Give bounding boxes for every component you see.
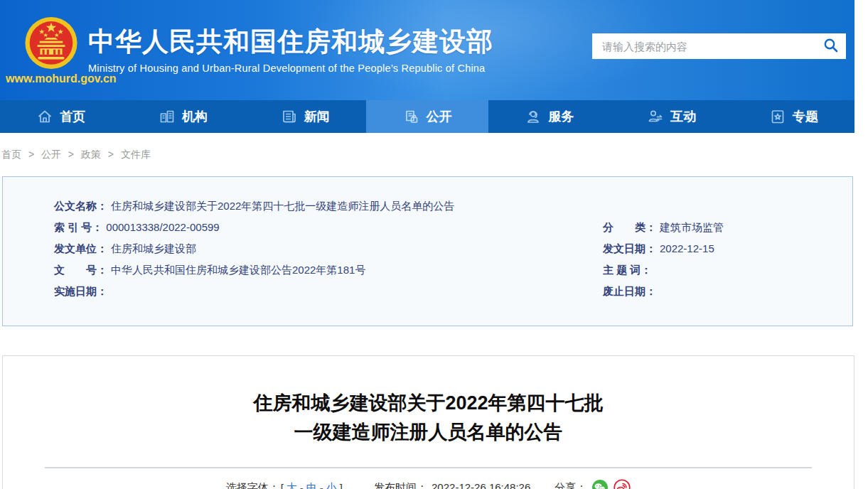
site-url: www.mohurd.gov.cn <box>6 72 117 85</box>
breadcrumb-separator: > <box>108 149 114 160</box>
doc-meta-panel: 公文名称：住房和城乡建设部关于2022年第四十七批一级建造师注册人员名单的公告 … <box>2 176 853 326</box>
nav-item-label: 互动 <box>670 108 696 125</box>
nav-item-topics[interactable]: 专题 <box>732 100 854 133</box>
meta-field-doc-name: 公文名称：住房和城乡建设部关于2022年第四十七批一级建造师注册人员名单的公告 <box>3 195 603 217</box>
meta-value: 中华人民共和国住房和城乡建设部公告2022年第181号 <box>111 264 365 276</box>
site-title: 中华人民共和国住房和城乡建设部 <box>88 26 493 58</box>
breadcrumb-separator: > <box>28 149 34 160</box>
nav-item-label: 机构 <box>182 108 208 125</box>
search-button[interactable] <box>820 37 842 55</box>
article-meta-row: 选择字体： [ 大 - 中 - 小 ] 发布时间：2022-12-26 16:4… <box>3 479 854 489</box>
article-divider <box>45 467 812 468</box>
services-icon <box>525 108 542 125</box>
meta-field-repeal-date: 废止日期： <box>603 281 852 302</box>
organization-icon <box>159 108 176 125</box>
search-icon <box>823 45 839 55</box>
nav-item-news[interactable]: 新闻 <box>244 100 366 133</box>
article-panel: 住房和城乡建设部关于2022年第四十七批 一级建造师注册人员名单的公告 选择字体… <box>2 355 854 489</box>
share-block: 分享： <box>554 479 631 489</box>
font-size-large[interactable]: 大 <box>286 481 297 489</box>
meta-value: 住房和城乡建设部关于2022年第四十七批一级建造师注册人员名单的公告 <box>111 200 454 212</box>
breadcrumb-separator: > <box>68 149 74 160</box>
site-header: 中华人民共和国住房和城乡建设部 Ministry of Housing and … <box>0 0 854 100</box>
news-icon <box>281 108 298 125</box>
topics-icon <box>769 108 786 125</box>
meta-label: 实施日期： <box>54 285 107 297</box>
meta-label: 索 引 号： <box>54 221 102 233</box>
meta-field-category: 分 类：建筑市场监管 <box>603 217 852 238</box>
nav-item-label: 专题 <box>793 108 818 125</box>
nav-item-organization[interactable]: 机构 <box>122 100 245 133</box>
breadcrumb: 首页 > 公开 > 政策 > 文件库 <box>1 149 854 160</box>
meta-field-issue-date: 发文日期：2022-12-15 <box>603 238 852 259</box>
main-nav: 首页 机构 新闻 <box>0 100 854 133</box>
meta-value: 2022-12-15 <box>660 242 714 254</box>
article-title-line1: 住房和城乡建设部关于2022年第四十七批 <box>3 389 854 418</box>
search-box <box>592 33 846 59</box>
meta-label: 文 号： <box>54 264 107 276</box>
wechat-icon[interactable] <box>591 479 609 489</box>
breadcrumb-policy[interactable]: 政策 <box>81 149 101 160</box>
nav-item-services[interactable]: 服务 <box>488 100 611 133</box>
meta-label: 废止日期： <box>603 285 656 297</box>
nav-item-label: 公开 <box>427 108 452 125</box>
weibo-icon[interactable] <box>614 479 631 489</box>
meta-field-index-no: 索 引 号：000013338/2022-00599 <box>3 217 603 238</box>
article-title: 住房和城乡建设部关于2022年第四十七批 一级建造师注册人员名单的公告 <box>3 389 854 447</box>
meta-label: 发文单位： <box>54 242 107 254</box>
meta-label: 公文名称： <box>54 200 107 212</box>
breadcrumb-home[interactable]: 首页 <box>1 149 21 160</box>
breadcrumb-disclosure[interactable]: 公开 <box>41 149 61 160</box>
font-size-medium[interactable]: 中 <box>306 481 317 489</box>
meta-field-doc-number: 文 号：中华人民共和国住房和城乡建设部公告2022年第181号 <box>3 259 603 281</box>
font-selector-bracket-close: ] <box>340 482 343 489</box>
page: 中华人民共和国住房和城乡建设部 Ministry of Housing and … <box>0 0 854 489</box>
article-title-line2: 一级建造师注册人员名单的公告 <box>3 418 854 447</box>
meta-row-issuer-date: 发文单位：住房和城乡建设部 发文日期：2022-12-15 <box>3 238 852 259</box>
meta-row-number-subject: 文 号：中华人民共和国住房和城乡建设部公告2022年第181号 主 题 词： <box>3 259 852 281</box>
share-label: 分享： <box>554 481 586 489</box>
font-selector: 选择字体： [ 大 - 中 - 小 ] <box>226 481 344 489</box>
search-input[interactable] <box>592 33 813 59</box>
font-selector-label: 选择字体： <box>226 481 279 489</box>
nav-item-label: 新闻 <box>304 108 330 125</box>
interaction-icon <box>647 108 664 125</box>
disclosure-icon <box>403 108 420 125</box>
meta-label: 分 类： <box>603 221 656 233</box>
meta-row-impl-repeal: 实施日期： 废止日期： <box>3 281 852 302</box>
publish-time-label: 发布时间： <box>374 481 427 489</box>
nav-item-disclosure[interactable]: 公开 <box>366 100 488 133</box>
font-selector-bracket-open: [ <box>281 482 284 489</box>
publish-block: 发布时间：2022-12-26 16:48:26 <box>374 481 530 489</box>
meta-label: 发文日期： <box>603 242 656 254</box>
home-icon <box>36 108 53 125</box>
meta-field-impl-date: 实施日期： <box>3 281 603 302</box>
meta-field-issuer: 发文单位：住房和城乡建设部 <box>3 238 603 259</box>
meta-value: 住房和城乡建设部 <box>111 242 196 254</box>
font-size-small[interactable]: 小 <box>326 481 337 489</box>
national-emblem-icon <box>23 14 79 74</box>
nav-item-interaction[interactable]: 互动 <box>611 100 733 133</box>
publish-time-value: 2022-12-26 16:48:26 <box>432 481 530 489</box>
nav-item-home[interactable]: 首页 <box>0 100 122 133</box>
breadcrumb-library[interactable]: 文件库 <box>121 149 151 160</box>
font-selector-dash: - <box>320 482 323 489</box>
nav-item-label: 首页 <box>60 108 85 125</box>
site-title-block: 中华人民共和国住房和城乡建设部 Ministry of Housing and … <box>88 26 493 74</box>
meta-value: 建筑市场监管 <box>660 221 724 233</box>
site-subtitle: Ministry of Housing and Urban-Rural Deve… <box>88 63 493 74</box>
meta-value: 000013338/2022-00599 <box>106 221 219 233</box>
nav-item-label: 服务 <box>548 108 574 125</box>
meta-row-doc-name: 公文名称：住房和城乡建设部关于2022年第四十七批一级建造师注册人员名单的公告 <box>3 195 852 217</box>
font-selector-dash: - <box>300 482 304 489</box>
meta-label: 主 题 词： <box>603 264 651 276</box>
meta-field-subject: 主 题 词： <box>603 259 852 281</box>
meta-row-index-category: 索 引 号：000013338/2022-00599 分 类：建筑市场监管 <box>3 217 852 238</box>
